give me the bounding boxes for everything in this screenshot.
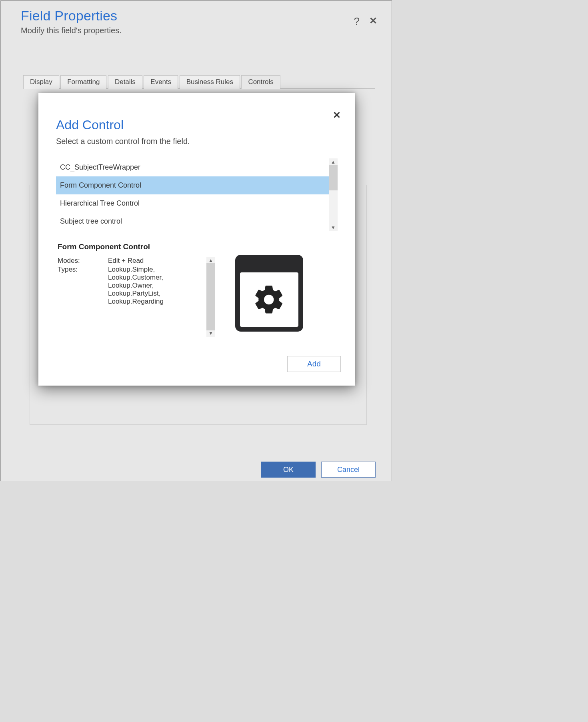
control-list[interactable]: CC_SubjectTreeWrapper Form Component Con… (56, 158, 329, 231)
field-properties-title: Field Properties (21, 8, 380, 24)
modes-label: Modes: (58, 257, 108, 265)
scroll-thumb[interactable] (329, 165, 338, 190)
types-value: Lookup.Simple, Lookup.Customer, Lookup.O… (108, 266, 164, 306)
control-item-form-component-control[interactable]: Form Component Control (56, 176, 329, 194)
scroll-thumb[interactable] (206, 263, 215, 330)
control-item-cc-subjecttreewrapper[interactable]: CC_SubjectTreeWrapper (56, 158, 329, 176)
close-icon[interactable]: ✕ (369, 15, 377, 26)
close-icon[interactable]: ✕ (333, 110, 341, 121)
tab-controls[interactable]: Controls (241, 75, 280, 89)
cancel-button[interactable]: Cancel (321, 462, 376, 478)
tab-business-rules[interactable]: Business Rules (180, 75, 240, 89)
help-icon[interactable]: ? (354, 15, 360, 28)
selected-control-name: Form Component Control (58, 242, 150, 251)
tab-events[interactable]: Events (144, 75, 178, 89)
field-properties-tabs: Display Formatting Details Events Busine… (23, 75, 375, 89)
tab-display[interactable]: Display (23, 75, 59, 89)
tab-details[interactable]: Details (108, 75, 142, 89)
add-button[interactable]: Add (287, 356, 341, 372)
scroll-down-icon[interactable]: ▼ (208, 330, 213, 337)
control-details: Modes: Edit + Read Types: Lookup.Simple,… (58, 257, 206, 337)
gear-icon (252, 283, 286, 316)
add-control-subtitle: Select a custom control from the field. (56, 137, 190, 146)
field-properties-subtitle: Modify this field's properties. (21, 26, 380, 35)
control-item-hierarchical-tree-control[interactable]: Hierarchical Tree Control (56, 194, 329, 212)
control-item-subject-tree-control[interactable]: Subject tree control (56, 212, 329, 230)
modes-value: Edit + Read (108, 257, 144, 265)
add-control-title: Add Control (56, 118, 124, 132)
types-label: Types: (58, 266, 108, 306)
details-scrollbar[interactable]: ▲ ▼ (206, 257, 215, 337)
scroll-down-icon[interactable]: ▼ (331, 224, 336, 231)
add-control-dialog: Add Control Select a custom control from… (38, 93, 355, 386)
tab-formatting[interactable]: Formatting (60, 75, 106, 89)
ok-button[interactable]: OK (261, 462, 316, 478)
control-preview-icon (235, 255, 303, 332)
control-list-scrollbar[interactable]: ▲ ▼ (329, 158, 338, 231)
